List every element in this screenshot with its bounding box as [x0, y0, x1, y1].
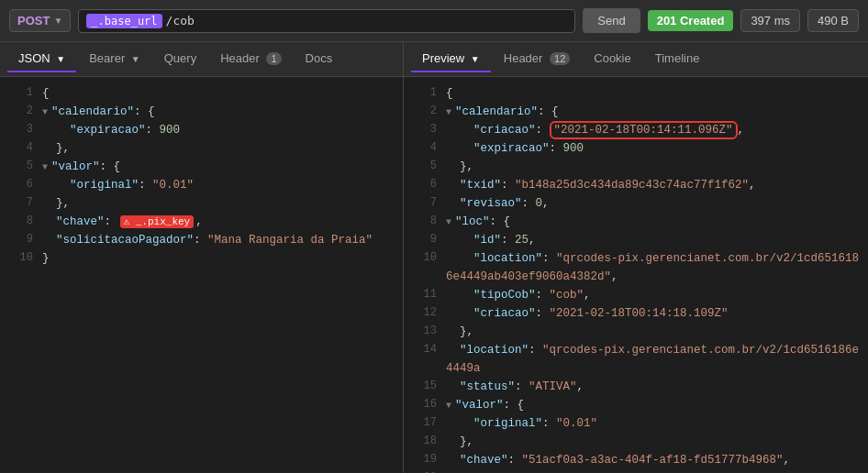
table-row: 15 "status": "ATIVA",	[404, 378, 868, 396]
table-row: 20 "solicitacaoPagador": "Mana Rangaria …	[404, 469, 868, 473]
send-button[interactable]: Send	[583, 8, 640, 33]
tab-query[interactable]: Query	[153, 46, 207, 72]
right-panel: Preview ▼ Header 12 Cookie Timeline 1 { …	[404, 42, 868, 473]
method-selector[interactable]: POST ▼	[9, 9, 71, 32]
table-row: 3 "expiracao": 900	[0, 121, 403, 139]
tab-response-header[interactable]: Header 12	[493, 46, 582, 72]
table-row: 4 "expiracao": 900	[404, 139, 868, 158]
right-code-area[interactable]: 1 { 2 ▼"calendario": { 3 "criacao": "202…	[404, 77, 868, 473]
method-arrow: ▼	[53, 16, 62, 26]
table-row: 10 "location": "qrcodes-pix.gerencianet.…	[404, 249, 868, 286]
table-row: 8 ▼"loc": {	[404, 213, 868, 231]
table-row: 6 "original": "0.01"	[0, 176, 403, 194]
base-url-tag[interactable]: _.base_url	[86, 14, 161, 28]
status-badge: 201 Created	[648, 10, 734, 31]
table-row: 9 "id": 25,	[404, 231, 868, 249]
table-row: 4 },	[0, 139, 403, 158]
table-row: 13 },	[404, 323, 868, 341]
left-code-area[interactable]: 1 { 2 ▼"calendario": { 3 "expiracao": 90…	[0, 77, 403, 473]
table-row: 7 "revisao": 0,	[404, 194, 868, 213]
table-row: 5 },	[404, 158, 868, 176]
table-row: 17 "original": "0.01"	[404, 414, 868, 433]
table-row: 2 ▼"calendario": {	[404, 103, 868, 121]
time-badge: 397 ms	[740, 9, 800, 32]
table-row: 11 "tipoCob": "cob",	[404, 286, 868, 304]
tab-json[interactable]: JSON ▼	[7, 46, 76, 72]
left-panel: JSON ▼ Bearer ▼ Query Header 1 Docs 1 { …	[0, 42, 404, 473]
warn-tag: ⚠ _.pix_key	[120, 215, 195, 228]
top-bar: POST ▼ _.base_url /cob Send 201 Created …	[0, 0, 868, 42]
tab-cookie[interactable]: Cookie	[583, 46, 641, 72]
size-badge: 490 B	[807, 9, 859, 32]
url-path: /cob	[166, 14, 195, 28]
table-row: 10 }	[0, 249, 403, 268]
table-row: 6 "txid": "b148a25d3c434da89c43c74ac77f1…	[404, 176, 868, 194]
table-row: 2 ▼"calendario": {	[0, 103, 403, 121]
table-row: 12 "criacao": "2021-02-18T00:14:18.109Z"	[404, 304, 868, 323]
table-row: 1 {	[0, 84, 403, 103]
left-tab-bar: JSON ▼ Bearer ▼ Query Header 1 Docs	[0, 42, 403, 77]
table-row: 7 },	[0, 194, 403, 213]
table-row: 8 "chave": ⚠ _.pix_key,	[0, 213, 403, 231]
tab-header[interactable]: Header 1	[209, 46, 292, 72]
table-row: 14 "location": "qrcodes-pix.gerencianet.…	[404, 341, 868, 378]
table-row: 1 {	[404, 84, 868, 103]
table-row: 16 ▼"valor": {	[404, 396, 868, 414]
tab-preview[interactable]: Preview ▼	[411, 46, 491, 72]
table-row: 9 "solicitacaoPagador": "Mana Rangaria d…	[0, 231, 403, 249]
table-row: 18 },	[404, 433, 868, 451]
main-content: JSON ▼ Bearer ▼ Query Header 1 Docs 1 { …	[0, 42, 868, 473]
table-row: 3 "criacao": "2021-02-18T00:14:11.096Z",	[404, 121, 868, 139]
method-label: POST	[17, 14, 50, 28]
table-row: 5 ▼"valor": {	[0, 158, 403, 176]
tab-timeline[interactable]: Timeline	[644, 46, 711, 72]
tab-bearer[interactable]: Bearer ▼	[78, 46, 151, 72]
url-bar: _.base_url /cob	[78, 9, 575, 33]
highlight-value: "2021-02-18T00:14:11.096Z"	[550, 121, 738, 139]
tab-docs[interactable]: Docs	[295, 46, 344, 72]
table-row: 19 "chave": "51acf0a3-a3ac-404f-af18-fd5…	[404, 451, 868, 469]
right-tab-bar: Preview ▼ Header 12 Cookie Timeline	[404, 42, 868, 77]
